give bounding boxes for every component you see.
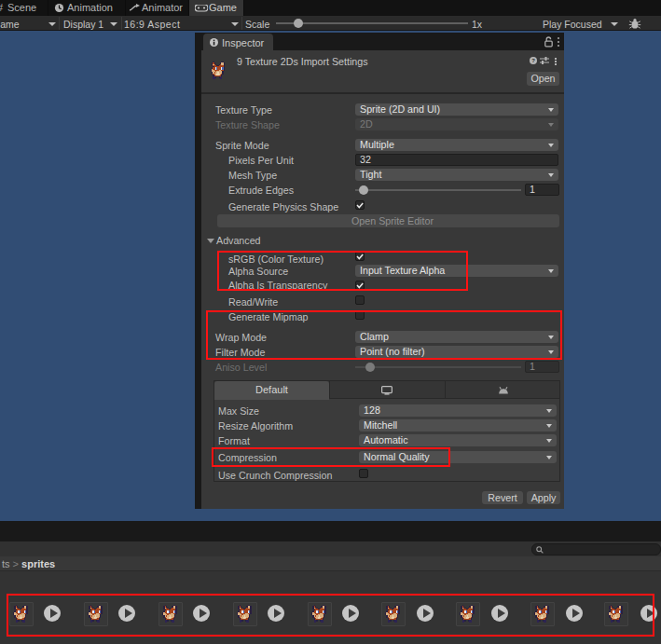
svg-text:?: ? — [531, 58, 535, 63]
